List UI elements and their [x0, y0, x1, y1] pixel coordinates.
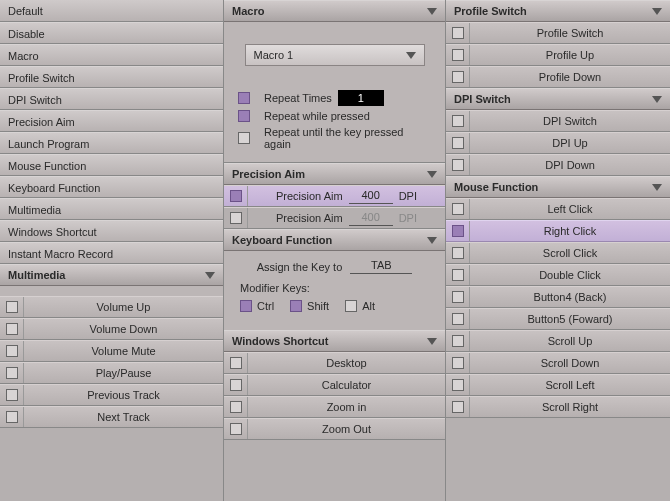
- section-macro[interactable]: Macro: [224, 0, 445, 22]
- section-multimedia[interactable]: Multimedia: [0, 264, 223, 286]
- option-row[interactable]: Button4 (Back): [446, 286, 670, 308]
- option-checkbox[interactable]: [0, 341, 24, 361]
- section-keyboard[interactable]: Keyboard Function: [224, 229, 445, 251]
- option-row[interactable]: DPI Down: [446, 154, 670, 176]
- category-item[interactable]: Default: [0, 0, 223, 22]
- chevron-down-icon: [427, 171, 437, 178]
- precision-row-1[interactable]: Precision Aim 400 DPI: [224, 185, 445, 207]
- chevron-down-icon: [205, 272, 215, 279]
- section-profile[interactable]: Profile Switch: [446, 0, 670, 22]
- option-row[interactable]: Zoom Out: [224, 418, 445, 440]
- option-checkbox[interactable]: [0, 297, 24, 317]
- option-checkbox[interactable]: [224, 397, 248, 417]
- option-checkbox[interactable]: [446, 265, 470, 285]
- section-title: DPI Switch: [454, 93, 511, 105]
- option-row[interactable]: Scroll Up: [446, 330, 670, 352]
- precision-row-2[interactable]: Precision Aim 400 DPI: [224, 207, 445, 229]
- option-row[interactable]: Zoom in: [224, 396, 445, 418]
- option-checkbox[interactable]: [446, 111, 470, 131]
- alt-checkbox[interactable]: Alt: [345, 300, 375, 312]
- option-checkbox[interactable]: [446, 353, 470, 373]
- option-row[interactable]: DPI Switch: [446, 110, 670, 132]
- option-checkbox[interactable]: [446, 155, 470, 175]
- option-row[interactable]: Volume Up: [0, 296, 223, 318]
- option-row[interactable]: Scroll Down: [446, 352, 670, 374]
- option-checkbox[interactable]: [446, 397, 470, 417]
- category-item[interactable]: DPI Switch: [0, 88, 223, 110]
- category-item[interactable]: Launch Program: [0, 132, 223, 154]
- option-row[interactable]: Profile Up: [446, 44, 670, 66]
- section-mouse[interactable]: Mouse Function: [446, 176, 670, 198]
- option-row[interactable]: Desktop: [224, 352, 445, 374]
- option-row[interactable]: Scroll Right: [446, 396, 670, 418]
- option-row[interactable]: Volume Mute: [0, 340, 223, 362]
- section-precision[interactable]: Precision Aim: [224, 163, 445, 185]
- category-item[interactable]: Mouse Function: [0, 154, 223, 176]
- precision-check-2[interactable]: [224, 208, 248, 228]
- option-row[interactable]: Button5 (Foward): [446, 308, 670, 330]
- option-row[interactable]: Volume Down: [0, 318, 223, 340]
- option-checkbox[interactable]: [446, 23, 470, 43]
- option-checkbox[interactable]: [446, 133, 470, 153]
- option-checkbox[interactable]: [0, 407, 24, 427]
- option-label: Right Click: [470, 225, 670, 237]
- option-checkbox[interactable]: [224, 375, 248, 395]
- option-checkbox[interactable]: [446, 221, 470, 241]
- option-row[interactable]: Play/Pause: [0, 362, 223, 384]
- option-checkbox[interactable]: [446, 67, 470, 87]
- precision-dpi-2[interactable]: 400: [349, 211, 393, 226]
- repeat-until-checkbox[interactable]: [238, 132, 250, 144]
- section-title: Profile Switch: [454, 5, 527, 17]
- option-row[interactable]: Scroll Left: [446, 374, 670, 396]
- category-item[interactable]: Macro: [0, 44, 223, 66]
- option-label: Play/Pause: [24, 367, 223, 379]
- option-row[interactable]: Previous Track: [0, 384, 223, 406]
- repeat-times-value[interactable]: 1: [338, 90, 384, 106]
- section-winshort[interactable]: Windows Shortcut: [224, 330, 445, 352]
- option-row[interactable]: Right Click: [446, 220, 670, 242]
- option-label: Scroll Click: [470, 247, 670, 259]
- shift-checkbox[interactable]: Shift: [290, 300, 329, 312]
- option-row[interactable]: Profile Down: [446, 66, 670, 88]
- category-item[interactable]: Multimedia: [0, 198, 223, 220]
- repeat-times-checkbox[interactable]: [238, 92, 250, 104]
- chevron-down-icon: [427, 237, 437, 244]
- option-row[interactable]: Calculator: [224, 374, 445, 396]
- option-row[interactable]: Double Click: [446, 264, 670, 286]
- option-checkbox[interactable]: [446, 287, 470, 307]
- option-checkbox[interactable]: [446, 45, 470, 65]
- option-checkbox[interactable]: [446, 199, 470, 219]
- category-item[interactable]: Windows Shortcut: [0, 220, 223, 242]
- option-checkbox[interactable]: [0, 385, 24, 405]
- category-item[interactable]: Profile Switch: [0, 66, 223, 88]
- option-row[interactable]: DPI Up: [446, 132, 670, 154]
- option-checkbox[interactable]: [224, 419, 248, 439]
- option-checkbox[interactable]: [0, 363, 24, 383]
- repeat-while-checkbox[interactable]: [238, 110, 250, 122]
- option-checkbox[interactable]: [224, 353, 248, 373]
- precision-check-1[interactable]: [224, 186, 248, 206]
- ctrl-checkbox[interactable]: Ctrl: [240, 300, 274, 312]
- modifier-label: Modifier Keys:: [240, 282, 435, 294]
- option-row[interactable]: Next Track: [0, 406, 223, 428]
- assign-key-field[interactable]: TAB: [350, 259, 412, 274]
- option-label: Double Click: [470, 269, 670, 281]
- assign-label: Assign the Key to: [257, 261, 343, 273]
- category-item[interactable]: Disable: [0, 22, 223, 44]
- option-row[interactable]: Scroll Click: [446, 242, 670, 264]
- option-checkbox[interactable]: [446, 309, 470, 329]
- category-item[interactable]: Keyboard Function: [0, 176, 223, 198]
- precision-dpi-1[interactable]: 400: [349, 189, 393, 204]
- category-item[interactable]: Precision Aim: [0, 110, 223, 132]
- option-checkbox[interactable]: [446, 375, 470, 395]
- chevron-down-icon: [652, 96, 662, 103]
- option-row[interactable]: Profile Switch: [446, 22, 670, 44]
- option-checkbox[interactable]: [446, 243, 470, 263]
- option-row[interactable]: Left Click: [446, 198, 670, 220]
- option-label: Scroll Left: [470, 379, 670, 391]
- option-checkbox[interactable]: [0, 319, 24, 339]
- category-item[interactable]: Instant Macro Record: [0, 242, 223, 264]
- option-checkbox[interactable]: [446, 331, 470, 351]
- macro-select[interactable]: Macro 1: [245, 44, 425, 66]
- section-dpi[interactable]: DPI Switch: [446, 88, 670, 110]
